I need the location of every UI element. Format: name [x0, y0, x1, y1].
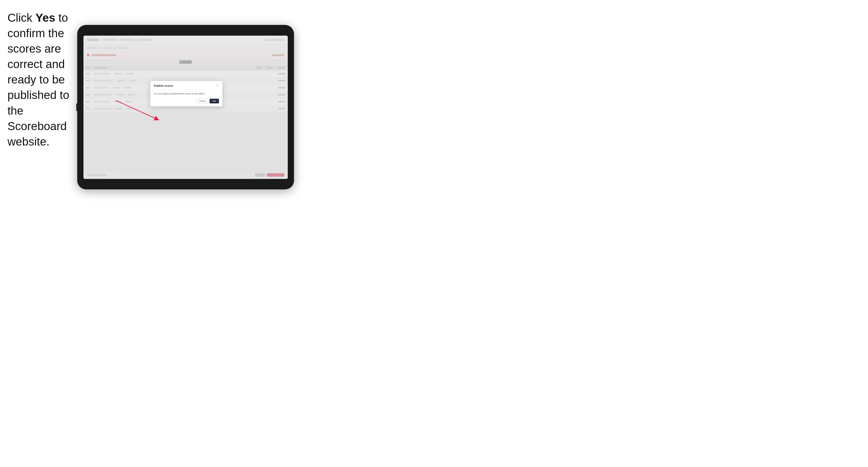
- instruction-text: Click Yes to confirm the scores are corr…: [7, 10, 80, 149]
- dialog-title: Publish scores: [154, 84, 173, 87]
- instruction-bold: Yes: [35, 11, 55, 24]
- dialog-header: Publish scores ×: [150, 81, 222, 90]
- tablet-screen: Publish scores × Are you ready to publis…: [84, 36, 288, 179]
- tablet-side-button: [76, 103, 77, 111]
- yes-button[interactable]: Yes: [210, 99, 219, 103]
- dialog-close-button[interactable]: ×: [216, 84, 219, 88]
- cancel-button[interactable]: Cancel: [196, 99, 208, 103]
- dialog-body: Are you ready to publish these scores to…: [150, 90, 222, 107]
- dialog-actions: Cancel Yes: [154, 99, 219, 103]
- dialog-message: Are you ready to publish these scores to…: [154, 92, 219, 95]
- tablet-device: Publish scores × Are you ready to publis…: [77, 25, 294, 189]
- dialog-overlay: [84, 36, 288, 179]
- publish-dialog[interactable]: Publish scores × Are you ready to publis…: [150, 81, 222, 107]
- tablet-camera: [290, 106, 291, 108]
